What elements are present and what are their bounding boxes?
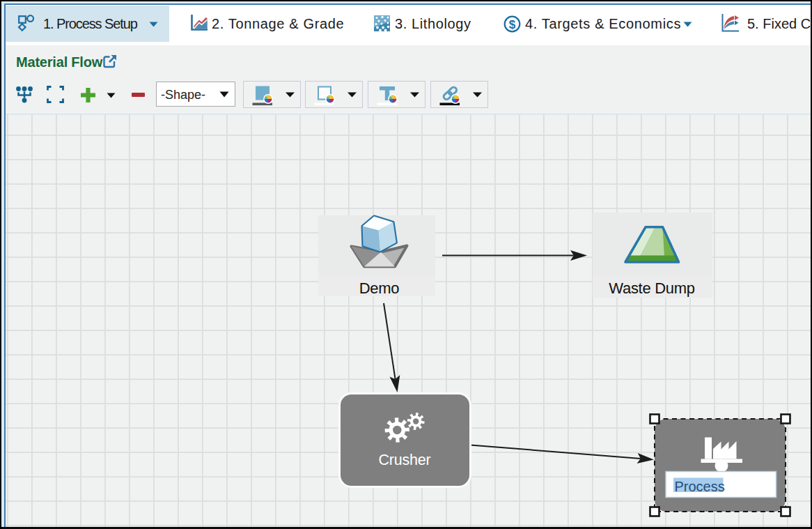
svg-text:Waste Dump: Waste Dump <box>609 279 694 297</box>
svg-text:Crusher: Crusher <box>378 452 430 468</box>
svg-text:$: $ <box>509 18 516 31</box>
svg-text:Demo: Demo <box>359 279 400 297</box>
svg-text:Process: Process <box>675 479 725 494</box>
